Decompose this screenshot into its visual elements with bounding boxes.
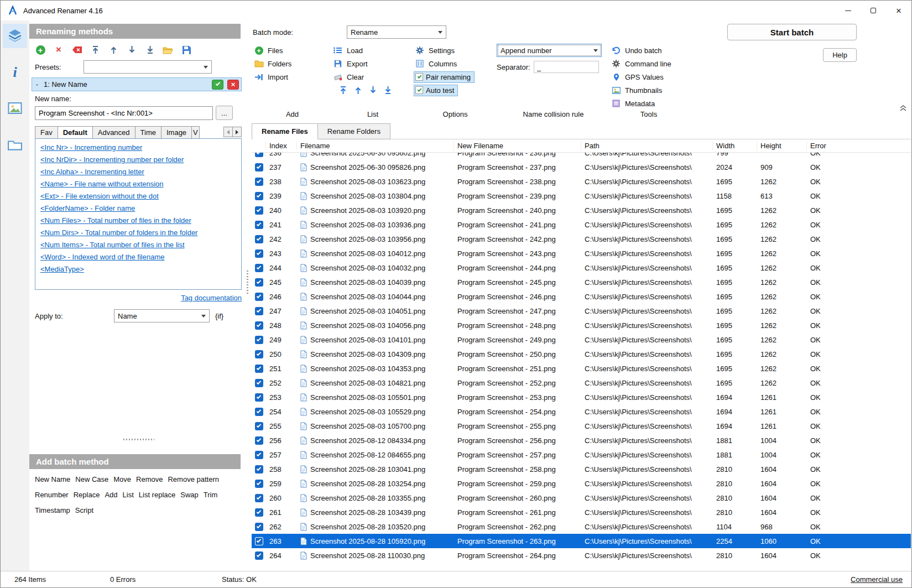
- export-button[interactable]: Export: [332, 57, 414, 70]
- add-method-type-button[interactable]: Renumber: [35, 491, 69, 499]
- row-checkbox[interactable]: [252, 494, 266, 502]
- add-method-type-button[interactable]: Timestamp: [35, 506, 70, 514]
- sidebar-item-folder[interactable]: [3, 133, 27, 158]
- table-row[interactable]: 258Screenshot 2025-08-28 103041.pngProgr…: [252, 462, 911, 476]
- sidebar-item-image[interactable]: [3, 97, 27, 121]
- remove-all-methods-button[interactable]: [71, 44, 82, 55]
- tab-fav[interactable]: Fav: [35, 126, 58, 138]
- header-error[interactable]: Error: [807, 142, 911, 150]
- tag-link[interactable]: <Word> - Indexed word of the filename: [40, 251, 165, 263]
- command-line-button[interactable]: Command line: [610, 57, 687, 70]
- tag-link[interactable]: <Inc Alpha> - Incrementing letter: [40, 166, 144, 178]
- auto-test-toggle[interactable]: Auto test: [414, 85, 458, 96]
- collision-rule-select[interactable]: Append number: [497, 44, 602, 57]
- add-method-button[interactable]: +: [35, 44, 46, 55]
- add-method-type-button[interactable]: Add: [105, 491, 117, 499]
- method-item-new-name[interactable]: - 1: New Name ×: [32, 77, 242, 91]
- tag-link[interactable]: <Num Items> - Total number of files in t…: [40, 239, 185, 251]
- row-checkbox[interactable]: [252, 480, 266, 488]
- row-checkbox[interactable]: [252, 422, 266, 430]
- row-checkbox[interactable]: [252, 278, 266, 287]
- apply-to-select[interactable]: Name: [114, 309, 210, 322]
- settings-button[interactable]: Settings: [414, 44, 497, 57]
- row-checkbox[interactable]: [252, 508, 266, 517]
- table-row[interactable]: 262Screenshot 2025-08-28 103520.pngProgr…: [252, 519, 911, 534]
- add-method-type-button[interactable]: Replace: [74, 491, 100, 499]
- table-row[interactable]: 249Screenshot 2025-08-03 104101.pngProgr…: [252, 332, 911, 347]
- row-checkbox[interactable]: [252, 178, 266, 186]
- collapse-toolbar-icon[interactable]: [899, 105, 907, 113]
- row-checkbox[interactable]: [252, 393, 266, 402]
- tag-link[interactable]: <Num Files> - Total number of files in t…: [40, 215, 191, 227]
- add-method-type-button[interactable]: Move: [113, 475, 131, 483]
- table-row[interactable]: 251Screenshot 2025-08-03 104353.pngProgr…: [252, 361, 911, 376]
- table-row[interactable]: 248Screenshot 2025-08-03 104056.pngProgr…: [252, 318, 911, 332]
- row-checkbox[interactable]: [252, 465, 266, 473]
- maximize-icon[interactable]: [861, 1, 886, 20]
- table-row[interactable]: 259Screenshot 2025-08-28 103254.pngProgr…: [252, 476, 911, 491]
- row-checkbox[interactable]: [252, 264, 266, 272]
- table-row[interactable]: 264Screenshot 2025-08-28 110030.pngProgr…: [252, 548, 911, 563]
- row-checkbox[interactable]: [252, 408, 266, 416]
- header-new-filename[interactable]: New Filename: [454, 142, 581, 150]
- tag-link[interactable]: <FolderName> - Folder name: [40, 202, 135, 215]
- tag-link[interactable]: <Num Dirs> - Total number of folders in …: [40, 227, 197, 239]
- move-method-top-button[interactable]: [90, 44, 101, 55]
- pair-renaming-toggle[interactable]: Pair renaming: [414, 71, 475, 83]
- save-preset-button[interactable]: [181, 44, 192, 55]
- tag-link[interactable]: <MediaType>: [40, 263, 84, 275]
- vertical-splitter[interactable]: [245, 20, 250, 571]
- columns-button[interactable]: Columns: [414, 57, 497, 70]
- move-file-down-button[interactable]: [369, 86, 377, 95]
- tab-image[interactable]: Image: [161, 126, 192, 138]
- row-checkbox[interactable]: [252, 307, 266, 315]
- row-checkbox[interactable]: [252, 192, 266, 200]
- add-method-type-button[interactable]: New Case: [75, 475, 108, 483]
- row-checkbox[interactable]: [252, 537, 266, 545]
- add-files-button[interactable]: + Files: [253, 44, 332, 57]
- tab-default[interactable]: Default: [58, 126, 93, 138]
- header-height[interactable]: Height: [757, 142, 807, 150]
- table-row[interactable]: 238Screenshot 2025-08-03 103623.pngProgr…: [252, 174, 911, 189]
- close-icon[interactable]: ×: [886, 1, 911, 20]
- separator-input[interactable]: [534, 61, 599, 73]
- metadata-button[interactable]: Metadata: [610, 97, 687, 110]
- method-enabled-toggle[interactable]: [212, 80, 223, 90]
- table-row[interactable]: 245Screenshot 2025-08-03 104039.pngProgr…: [252, 275, 911, 289]
- header-path[interactable]: Path: [581, 142, 713, 150]
- add-method-type-button[interactable]: List: [123, 491, 134, 499]
- new-name-input[interactable]: [35, 106, 213, 120]
- table-row[interactable]: 263Screenshot 2025-08-28 105920.pngProgr…: [252, 534, 911, 548]
- license-link[interactable]: Commercial use: [851, 571, 903, 587]
- row-checkbox[interactable]: [252, 451, 266, 459]
- table-row[interactable]: 254Screenshot 2025-08-03 105529.pngProgr…: [252, 404, 911, 419]
- add-method-type-button[interactable]: New Name: [35, 475, 70, 483]
- row-checkbox[interactable]: [252, 293, 266, 301]
- add-method-type-button[interactable]: Swap: [180, 491, 199, 499]
- table-row[interactable]: 256Screenshot 2025-08-12 084334.pngProgr…: [252, 433, 911, 447]
- sidebar-item-info[interactable]: i: [3, 60, 27, 85]
- table-row[interactable]: 252Screenshot 2025-08-03 104821.pngProgr…: [252, 376, 911, 390]
- tag-documentation-link[interactable]: Tag documentation: [181, 294, 242, 302]
- table-row[interactable]: 239Screenshot 2025-08-03 103804.pngProgr…: [252, 189, 911, 203]
- row-checkbox[interactable]: [252, 436, 266, 445]
- add-method-type-button[interactable]: Trim: [204, 491, 218, 499]
- move-file-up-button[interactable]: [355, 86, 362, 95]
- row-checkbox[interactable]: [252, 350, 266, 358]
- move-file-bottom-button[interactable]: [384, 86, 392, 95]
- add-method-type-button[interactable]: Remove pattern: [168, 475, 219, 483]
- thumbnails-button[interactable]: Thumbnails: [610, 84, 687, 97]
- row-checkbox[interactable]: [252, 551, 266, 560]
- import-button[interactable]: Import: [253, 70, 332, 84]
- row-checkbox[interactable]: [252, 321, 266, 330]
- add-method-type-button[interactable]: Script: [75, 506, 93, 514]
- tab-video-cut[interactable]: V: [191, 126, 200, 138]
- minimize-icon[interactable]: [835, 1, 861, 20]
- table-row[interactable]: 242Screenshot 2025-08-03 103956.pngProgr…: [252, 232, 911, 246]
- tab-scroll-left-icon[interactable]: [223, 127, 233, 137]
- move-file-top-button[interactable]: [340, 86, 347, 95]
- row-checkbox[interactable]: [252, 249, 266, 258]
- table-row[interactable]: 246Screenshot 2025-08-03 104044.pngProgr…: [252, 289, 911, 304]
- row-checkbox[interactable]: [252, 221, 266, 229]
- table-row[interactable]: 244Screenshot 2025-08-03 104032.pngProgr…: [252, 261, 911, 275]
